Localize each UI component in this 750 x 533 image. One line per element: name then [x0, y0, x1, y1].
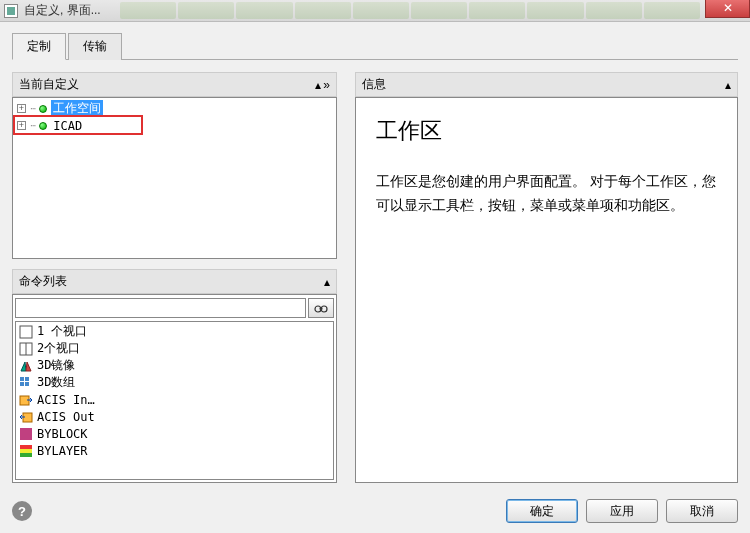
expand-icon[interactable]: + [17, 104, 26, 113]
command-label: BYBLOCK [37, 427, 88, 441]
cancel-button[interactable]: 取消 [666, 499, 738, 523]
command-list-header: 命令列表 ▴ [12, 269, 337, 294]
command-label: BYLAYER [37, 444, 88, 458]
dialog-window: 自定义, 界面... ✕ 定制 传输 当前自定义 ▴ » [0, 0, 750, 533]
collapse-icon[interactable]: ▴ [725, 78, 731, 92]
app-icon [4, 4, 18, 18]
byblock-icon [19, 427, 33, 441]
status-dot-icon [39, 105, 47, 113]
command-list[interactable]: 1 个视口 2个视口 3D镜像 3D数组 [15, 321, 334, 480]
close-icon: ✕ [723, 1, 733, 15]
bylayer-icon [19, 444, 33, 458]
status-dot-icon [39, 122, 47, 130]
mirror3d-icon [19, 359, 33, 373]
dialog-content: 定制 传输 当前自定义 ▴ » + ··· [0, 22, 750, 491]
apply-button[interactable]: 应用 [586, 499, 658, 523]
command-panel: 1 个视口 2个视口 3D镜像 3D数组 [12, 294, 337, 483]
current-custom-label: 当前自定义 [19, 76, 79, 93]
svg-rect-12 [20, 428, 32, 440]
tree-label: ICAD [51, 119, 84, 133]
info-header: 信息 ▴ [355, 72, 738, 97]
svg-rect-9 [25, 382, 29, 386]
tree-item-workspace[interactable]: + ··· 工作空间 [15, 100, 334, 117]
viewport1-icon [19, 325, 33, 339]
custom-tree[interactable]: + ··· 工作空间 + ··· ICAD [12, 97, 337, 259]
command-item[interactable]: ACIS In… [17, 391, 332, 408]
help-button[interactable]: ? [12, 501, 32, 521]
command-item[interactable]: 1 个视口 [17, 323, 332, 340]
svg-rect-2 [320, 308, 323, 310]
command-item[interactable]: ACIS Out [17, 408, 332, 425]
collapse-icon[interactable]: ▴ [315, 78, 321, 92]
command-label: 2个视口 [37, 340, 80, 357]
tab-transfer[interactable]: 传输 [68, 33, 122, 60]
expand-icon[interactable]: + [17, 121, 26, 130]
help-icon: ? [18, 504, 26, 519]
command-item[interactable]: BYBLOCK [17, 425, 332, 442]
command-item[interactable]: 3D镜像 [17, 357, 332, 374]
collapse-icon[interactable]: ▴ [324, 275, 330, 289]
acis-in-icon [19, 393, 33, 407]
command-label: ACIS Out [37, 410, 95, 424]
dialog-footer: ? 确定 应用 取消 [0, 491, 750, 533]
left-column: 当前自定义 ▴ » + ··· 工作空间 [12, 72, 337, 483]
binoculars-icon [314, 302, 328, 314]
close-button[interactable]: ✕ [705, 0, 750, 18]
panel-header-controls: ▴ [324, 275, 330, 289]
dialog-body: 当前自定义 ▴ » + ··· 工作空间 [12, 72, 738, 483]
titlebar: 自定义, 界面... ✕ [0, 0, 750, 22]
command-label: ACIS In… [37, 393, 95, 407]
more-icon[interactable]: » [323, 78, 330, 92]
tab-custom[interactable]: 定制 [12, 33, 66, 60]
info-title: 工作区 [376, 116, 717, 146]
svg-rect-14 [20, 449, 32, 453]
command-search-button[interactable] [308, 298, 334, 318]
svg-rect-15 [20, 453, 32, 457]
command-label: 1 个视口 [37, 323, 87, 340]
tree-container: + ··· 工作空间 + ··· ICAD [12, 97, 337, 259]
command-label: 3D数组 [37, 374, 75, 391]
tree-connector: ··· [30, 120, 35, 131]
right-column: 信息 ▴ 工作区 工作区是您创建的用户界面配置。 对于每个工作区，您可以显示工具… [355, 72, 738, 483]
svg-rect-8 [20, 382, 24, 386]
info-body-text: 工作区是您创建的用户界面配置。 对于每个工作区，您可以显示工具栏，按钮，菜单或菜… [376, 170, 717, 218]
current-custom-header: 当前自定义 ▴ » [12, 72, 337, 97]
tree-item-icad[interactable]: + ··· ICAD [15, 117, 334, 134]
tree-label: 工作空间 [51, 100, 103, 117]
array3d-icon [19, 376, 33, 390]
panel-header-controls: ▴ [725, 78, 731, 92]
window-title: 自定义, 界面... [24, 2, 101, 19]
svg-rect-13 [20, 445, 32, 449]
tab-bar: 定制 传输 [12, 32, 738, 60]
viewport2-icon [19, 342, 33, 356]
tree-connector: ··· [30, 103, 35, 114]
command-item[interactable]: 3D数组 [17, 374, 332, 391]
acis-out-icon [19, 410, 33, 424]
command-search-row [13, 295, 336, 321]
command-list-label: 命令列表 [19, 273, 67, 290]
command-label: 3D镜像 [37, 357, 75, 374]
svg-rect-3 [20, 326, 32, 338]
titlebar-background [120, 2, 700, 19]
info-panel: 工作区 工作区是您创建的用户界面配置。 对于每个工作区，您可以显示工具栏，按钮，… [355, 97, 738, 483]
svg-rect-6 [20, 377, 24, 381]
info-header-label: 信息 [362, 76, 386, 93]
command-item[interactable]: 2个视口 [17, 340, 332, 357]
ok-button[interactable]: 确定 [506, 499, 578, 523]
command-item[interactable]: BYLAYER [17, 442, 332, 459]
command-search-input[interactable] [15, 298, 306, 318]
svg-rect-7 [25, 377, 29, 381]
panel-header-controls: ▴ » [315, 78, 330, 92]
